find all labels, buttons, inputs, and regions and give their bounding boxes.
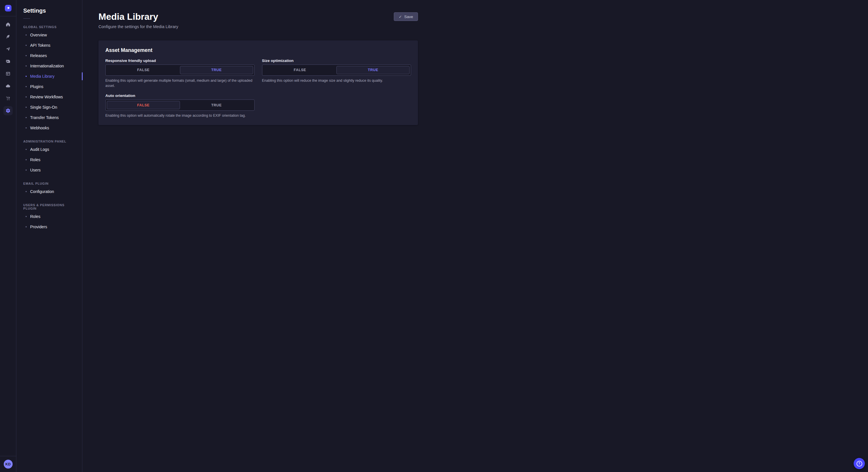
bullet-dot-icon [26, 149, 27, 150]
responsive-friendly-upload-field: Responsive friendly uploadFALSETRUEEnabl… [105, 59, 255, 88]
nav-list: Audit LogsRolesUsers [17, 144, 82, 175]
sidebar-item-label: Webhooks [30, 126, 49, 130]
settings-fields-grid: Responsive friendly uploadFALSETRUEEnabl… [105, 59, 411, 118]
sidebar-item-roles[interactable]: Roles [17, 211, 82, 222]
cart-icon [5, 96, 11, 101]
nav-list: RolesProviders [17, 211, 82, 232]
sidebar-item-overview[interactable]: Overview [17, 30, 82, 40]
auto-orientation-toggle: FALSETRUE [105, 100, 255, 111]
layout-panel-icon [5, 71, 11, 76]
bullet-dot-icon [26, 86, 27, 87]
sidebar-item-label: Configuration [30, 189, 54, 194]
sidebar-item-label: Audit Logs [30, 147, 49, 152]
sidebar-item-label: Review Workflows [30, 95, 63, 99]
strapi-glyph-icon [6, 6, 11, 11]
size-optimization-option-true[interactable]: TRUE [336, 66, 410, 74]
save-button[interactable]: ✓ Save [394, 12, 418, 21]
sidebar-item-label: Releases [30, 53, 47, 58]
sidebar-item-review-workflows[interactable]: Review Workflows [17, 92, 82, 102]
main-content: Media Library Configure the settings for… [82, 0, 434, 236]
sidebar-item-users[interactable]: Users [17, 165, 82, 175]
sidebar-item-label: Roles [30, 158, 40, 162]
field-hint: Enabling this option will generate multi… [105, 78, 255, 88]
rail-home-button[interactable] [3, 20, 12, 29]
settings-sidebar-title: Settings [17, 7, 82, 14]
sidebar-item-webhooks[interactable]: Webhooks [17, 123, 82, 133]
bullet-dot-icon [26, 117, 27, 118]
sidebar-item-label: Single Sign-On [30, 105, 57, 109]
sidebar-item-label: Plugins [30, 84, 43, 89]
rail-paper-plane-button[interactable] [3, 44, 12, 54]
page-header: Media Library Configure the settings for… [98, 0, 418, 29]
rail-layout-panel-button[interactable] [3, 69, 12, 78]
nav-section-label: EMAIL PLUGIN [23, 182, 75, 185]
rail-icon-list [0, 16, 16, 115]
checkmark-icon: ✓ [399, 15, 402, 19]
sidebar-item-api-tokens[interactable]: API Tokens [17, 40, 82, 50]
sidebar-item-single-sign-on[interactable]: Single Sign-On [17, 102, 82, 112]
sidebar-item-label: Internationalization [30, 64, 64, 68]
rail-media-pictures-button[interactable] [3, 57, 12, 66]
bullet-dot-icon [26, 96, 27, 98]
bullet-dot-icon [26, 169, 27, 171]
bullet-dot-icon [26, 45, 27, 46]
cloud-icon [5, 83, 11, 89]
auto-orientation-field: Auto orientationFALSETRUEEnabling this o… [105, 94, 255, 118]
sidebar-item-audit-logs[interactable]: Audit Logs [17, 144, 82, 155]
bullet-dot-icon [26, 107, 27, 108]
page-subtitle: Configure the settings for the Media Lib… [98, 24, 178, 29]
bullet-dot-icon [26, 76, 27, 77]
sidebar-item-label: Users [30, 168, 41, 172]
sidebar-item-plugins[interactable]: Plugins [17, 81, 82, 92]
bullet-dot-icon [26, 127, 27, 129]
main-nav-rail: KD [0, 0, 17, 236]
size-optimization-toggle: FALSETRUE [262, 65, 411, 76]
media-pictures-icon [5, 59, 11, 64]
settings-sidebar: Settings GLOBAL SETTINGSOverviewAPI Toke… [17, 0, 82, 236]
page-header-text: Media Library Configure the settings for… [98, 11, 178, 29]
gear-icon [5, 108, 11, 113]
size-optimization-option-false[interactable]: FALSE [264, 66, 337, 74]
sidebar-item-media-library[interactable]: Media Library [17, 71, 82, 81]
bullet-dot-icon [26, 226, 27, 227]
field-hint: Enabling this option will automatically … [105, 113, 255, 118]
sidebar-item-roles[interactable]: Roles [17, 155, 82, 165]
panel-title: Asset Management [105, 47, 411, 53]
auto-orientation-option-true[interactable]: TRUE [180, 101, 253, 109]
strapi-logo-icon[interactable] [5, 5, 11, 11]
sidebar-item-transfer-tokens[interactable]: Transfer Tokens [17, 112, 82, 123]
rail-gear-button[interactable] [3, 106, 12, 115]
page-title: Media Library [98, 11, 178, 22]
responsive-friendly-upload-option-false[interactable]: FALSE [107, 66, 180, 74]
sidebar-item-releases[interactable]: Releases [17, 50, 82, 61]
bullet-dot-icon [26, 191, 27, 192]
rail-cart-button[interactable] [3, 94, 12, 103]
rail-cloud-button[interactable] [3, 81, 12, 91]
bullet-dot-icon [26, 216, 27, 217]
bullet-dot-icon [26, 65, 27, 67]
sidebar-item-label: Transfer Tokens [30, 115, 59, 120]
sidebar-item-label: Media Library [30, 74, 55, 78]
sidebar-item-label: Providers [30, 225, 47, 229]
responsive-friendly-upload-option-true[interactable]: TRUE [180, 66, 253, 74]
nav-section-label: ADMINISTRATION PANEL [23, 140, 75, 143]
sidebar-item-configuration[interactable]: Configuration [17, 187, 82, 197]
rail-feather-button[interactable] [3, 32, 12, 41]
size-optimization-field: Size optimizationFALSETRUEEnabling this … [262, 59, 411, 88]
sidebar-item-label: Overview [30, 33, 47, 37]
settings-nav-sections: GLOBAL SETTINGSOverviewAPI TokensRelease… [17, 25, 82, 232]
workspace-logo-section [0, 0, 16, 16]
feather-icon [5, 34, 11, 39]
field-label: Size optimization [262, 59, 411, 63]
sidebar-item-providers[interactable]: Providers [17, 222, 82, 232]
bullet-dot-icon [26, 34, 27, 36]
asset-management-panel: Asset Management Responsive friendly upl… [98, 40, 418, 125]
sidebar-item-internationalization[interactable]: Internationalization [17, 61, 82, 71]
nav-list: Configuration [17, 187, 82, 197]
auto-orientation-option-false[interactable]: FALSE [107, 101, 180, 109]
sidebar-item-label: Roles [30, 214, 40, 219]
bullet-dot-icon [26, 55, 27, 56]
paper-plane-icon [5, 46, 11, 52]
save-button-label: Save [404, 14, 413, 19]
bullet-dot-icon [26, 159, 27, 160]
